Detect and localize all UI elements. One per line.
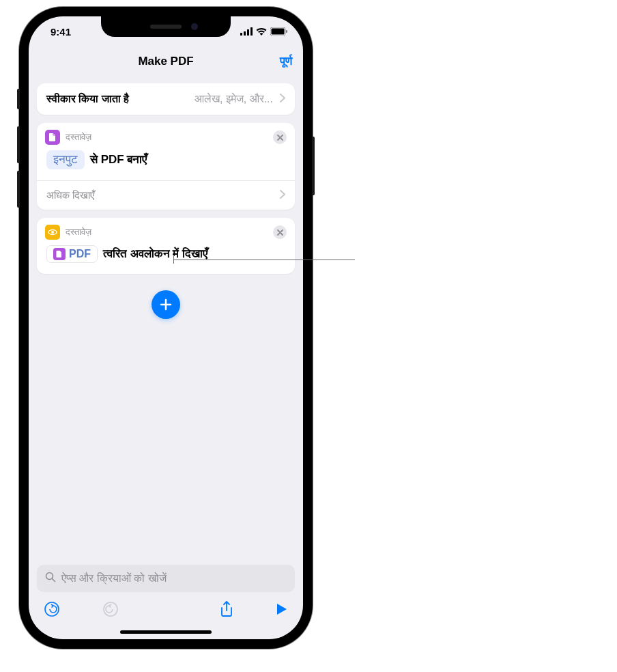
bottom-toolbar xyxy=(29,592,303,626)
callout-line xyxy=(173,260,355,260)
share-button[interactable] xyxy=(219,600,234,618)
remove-action-button[interactable] xyxy=(273,130,287,144)
svg-point-8 xyxy=(51,231,54,234)
callout-tick xyxy=(173,256,174,264)
svg-rect-1 xyxy=(244,31,246,36)
search-icon xyxy=(45,572,56,585)
status-time: 9:41 xyxy=(51,26,71,38)
svg-rect-3 xyxy=(250,27,253,36)
action-quick-look[interactable]: दस्तावेज़ PDF त्वरित अवलोकन में दिखाएँ xyxy=(37,218,295,274)
action-source-label: दस्तावेज़ xyxy=(66,227,268,238)
document-icon xyxy=(45,130,60,145)
volume-down xyxy=(17,171,20,208)
input-token[interactable]: इनपुट xyxy=(46,150,85,169)
eye-icon xyxy=(45,225,60,240)
nav-bar: Make PDF पूर्ण xyxy=(29,46,303,76)
power-button xyxy=(312,137,315,195)
speaker xyxy=(150,25,182,29)
search-bar[interactable]: ऐप्स और क्रियाओं को खोजें xyxy=(37,565,295,592)
show-more-label: अधिक दिखाएँ xyxy=(46,189,280,201)
mute-switch xyxy=(17,89,20,109)
search-placeholder: ऐप्स और क्रियाओं को खोजें xyxy=(61,572,167,585)
battery-icon xyxy=(270,26,288,38)
document-icon xyxy=(53,248,66,260)
action-source-label: दस्तावेज़ xyxy=(66,132,268,143)
accepts-label: स्वीकार किया जाता है xyxy=(46,93,188,105)
page-title: Make PDF xyxy=(138,55,193,68)
cellular-icon xyxy=(240,26,253,38)
wifi-icon xyxy=(256,26,267,38)
plus-icon xyxy=(158,297,173,312)
show-more-row[interactable]: अधिक दिखाएँ xyxy=(37,180,295,210)
accepts-value: आलेख, इमेज, और... xyxy=(195,93,273,105)
content-area: स्वीकार किया जाता है आलेख, इमेज, और... द… xyxy=(29,76,303,565)
pdf-token-label: PDF xyxy=(69,248,91,260)
home-indicator[interactable] xyxy=(120,630,212,634)
front-camera xyxy=(191,23,198,30)
svg-rect-5 xyxy=(272,28,285,34)
notch xyxy=(101,16,231,37)
accepts-card[interactable]: स्वीकार किया जाता है आलेख, इमेज, और... xyxy=(37,83,295,115)
svg-rect-0 xyxy=(240,33,242,36)
done-button[interactable]: पूर्ण xyxy=(280,55,292,68)
screen: 9:41 Make PDF पूर्ण स्वीकार किया जाता xyxy=(29,16,303,639)
svg-rect-6 xyxy=(286,30,287,33)
chevron-right-icon xyxy=(280,190,285,201)
pdf-token[interactable]: PDF xyxy=(46,245,98,263)
phone-frame: 9:41 Make PDF पूर्ण स्वीकार किया जाता xyxy=(19,7,313,649)
add-action-button[interactable] xyxy=(152,290,180,319)
action-make-pdf[interactable]: दस्तावेज़ इनपुट से PDF बनाएँ अधिक दिखाएँ xyxy=(37,123,295,210)
volume-up xyxy=(17,126,20,163)
remove-action-button[interactable] xyxy=(273,225,287,239)
chevron-right-icon xyxy=(280,94,285,104)
svg-rect-2 xyxy=(247,29,249,36)
redo-button xyxy=(102,601,119,617)
undo-button[interactable] xyxy=(44,601,60,617)
action-text: से PDF बनाएँ xyxy=(90,153,147,167)
run-button[interactable] xyxy=(276,602,288,616)
action-text: त्वरित अवलोकन में दिखाएँ xyxy=(103,247,207,261)
